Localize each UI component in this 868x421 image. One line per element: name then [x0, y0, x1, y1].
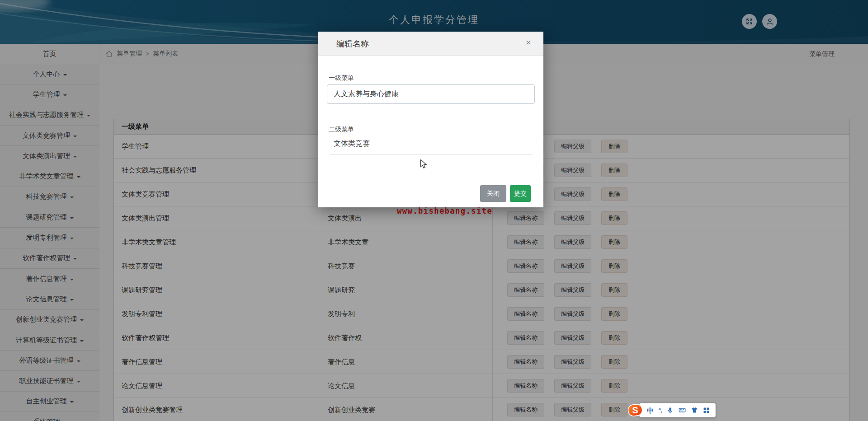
- modal-close-button[interactable]: 关闭: [480, 185, 506, 202]
- ime-bar: 中 °,: [639, 403, 716, 417]
- close-icon[interactable]: ×: [526, 37, 531, 47]
- svg-text:S: S: [632, 405, 638, 415]
- toolbox-icon[interactable]: [703, 407, 710, 414]
- modal-header: 编辑名称 ×: [318, 32, 543, 56]
- chinese-mode-icon[interactable]: 中: [647, 407, 654, 414]
- level1-menu-label: 一级菜单: [329, 74, 354, 82]
- level1-menu-input-value: 人文素养与身心健康: [334, 89, 399, 99]
- modal-footer-divider: [318, 181, 543, 181]
- modal-title: 编辑名称: [336, 32, 369, 56]
- ime-toolbar: S 中 °,: [627, 402, 716, 418]
- punctuation-icon[interactable]: °,: [659, 407, 662, 413]
- microphone-icon[interactable]: [667, 407, 674, 414]
- modal-submit-button[interactable]: 提交: [510, 185, 531, 202]
- level2-menu-label: 二级菜单: [329, 126, 354, 134]
- soft-keyboard-icon[interactable]: [679, 407, 686, 414]
- text-caret: [332, 89, 332, 99]
- level2-menu-input[interactable]: 文体类竞赛: [330, 134, 533, 154]
- level1-menu-input[interactable]: 人文素养与身心健康: [327, 84, 535, 104]
- edit-name-modal: 编辑名称 × 一级菜单 人文素养与身心健康 二级菜单 文体类竞赛 关闭 提交: [318, 32, 543, 207]
- level2-menu-input-value: 文体类竞赛: [334, 139, 370, 149]
- sogou-logo-icon[interactable]: S: [627, 402, 643, 418]
- skin-icon[interactable]: [691, 407, 698, 414]
